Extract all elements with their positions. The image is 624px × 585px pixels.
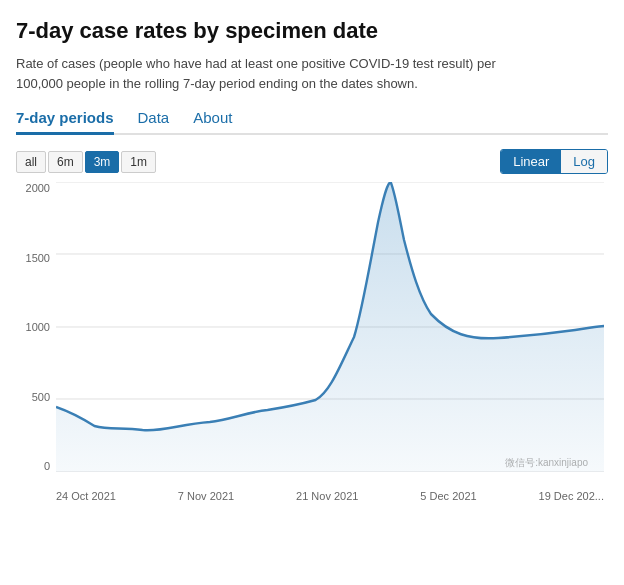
y-axis: 2000 1500 1000 500 0 bbox=[16, 182, 54, 472]
page-title: 7-day case rates by specimen date bbox=[16, 18, 608, 44]
y-label-1500: 1500 bbox=[16, 252, 54, 264]
chart-svg bbox=[56, 182, 604, 472]
tab-bar: 7-day periods Data About bbox=[16, 109, 608, 135]
x-axis: 24 Oct 2021 7 Nov 2021 21 Nov 2021 5 Dec… bbox=[56, 474, 604, 502]
scale-buttons: Linear Log bbox=[500, 149, 608, 174]
x-label-oct24: 24 Oct 2021 bbox=[56, 490, 116, 502]
period-buttons: all 6m 3m 1m bbox=[16, 151, 156, 173]
scale-log-button[interactable]: Log bbox=[561, 150, 607, 173]
period-6m-button[interactable]: 6m bbox=[48, 151, 83, 173]
x-label-nov21: 21 Nov 2021 bbox=[296, 490, 358, 502]
scale-linear-button[interactable]: Linear bbox=[501, 150, 561, 173]
x-label-dec5: 5 Dec 2021 bbox=[420, 490, 476, 502]
chart-area: 2000 1500 1000 500 0 bbox=[16, 182, 608, 502]
y-label-0: 0 bbox=[16, 460, 54, 472]
y-label-2000: 2000 bbox=[16, 182, 54, 194]
tab-data[interactable]: Data bbox=[138, 109, 170, 135]
period-all-button[interactable]: all bbox=[16, 151, 46, 173]
y-label-1000: 1000 bbox=[16, 321, 54, 333]
chart-svg-container bbox=[56, 182, 604, 472]
page-subtitle: Rate of cases (people who have had at le… bbox=[16, 54, 536, 93]
y-label-500: 500 bbox=[16, 391, 54, 403]
x-label-dec19: 19 Dec 202... bbox=[539, 490, 604, 502]
watermark: 微信号:kanxinjiapo bbox=[505, 456, 588, 470]
page-container: 7-day case rates by specimen date Rate o… bbox=[0, 0, 624, 512]
controls-row: all 6m 3m 1m Linear Log bbox=[16, 149, 608, 174]
tab-about[interactable]: About bbox=[193, 109, 232, 135]
period-1m-button[interactable]: 1m bbox=[121, 151, 156, 173]
tab-7day-periods[interactable]: 7-day periods bbox=[16, 109, 114, 135]
x-label-nov7: 7 Nov 2021 bbox=[178, 490, 234, 502]
period-3m-button[interactable]: 3m bbox=[85, 151, 120, 173]
